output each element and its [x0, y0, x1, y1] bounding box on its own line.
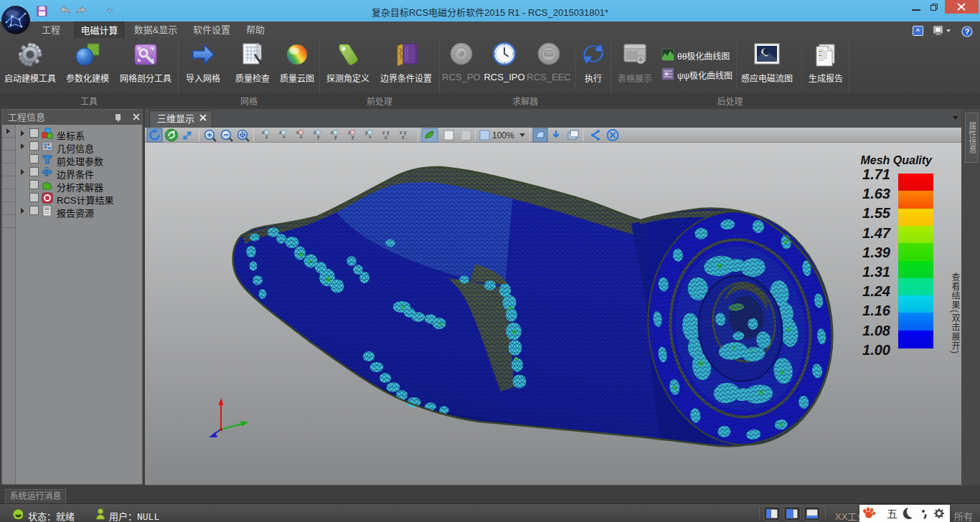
svg-text:?: ?	[965, 27, 970, 36]
svg-text:五: 五	[887, 508, 897, 520]
svg-text:x: x	[402, 135, 405, 140]
svg-text:z: z	[331, 130, 334, 135]
svg-text:x: x	[296, 130, 299, 135]
svg-text:z: z	[400, 130, 402, 135]
svg-text:z: z	[382, 130, 385, 135]
svg-text:y: y	[334, 134, 337, 140]
svg-text:x: x	[385, 135, 387, 140]
svg-text:z: z	[348, 130, 351, 135]
svg-text:y: y	[404, 130, 407, 136]
svg-text:y: y	[317, 134, 320, 140]
svg-text:y: y	[352, 134, 354, 140]
svg-text:z: z	[279, 130, 282, 135]
svg-text:y: y	[365, 130, 368, 136]
svg-text:y: y	[387, 130, 390, 136]
svg-text:z: z	[265, 134, 268, 139]
svg-text:z: z	[300, 134, 303, 139]
svg-text:x: x	[262, 130, 265, 135]
svg-text:x: x	[369, 134, 372, 139]
svg-text:x: x	[283, 134, 286, 139]
svg-text:z: z	[314, 130, 316, 135]
